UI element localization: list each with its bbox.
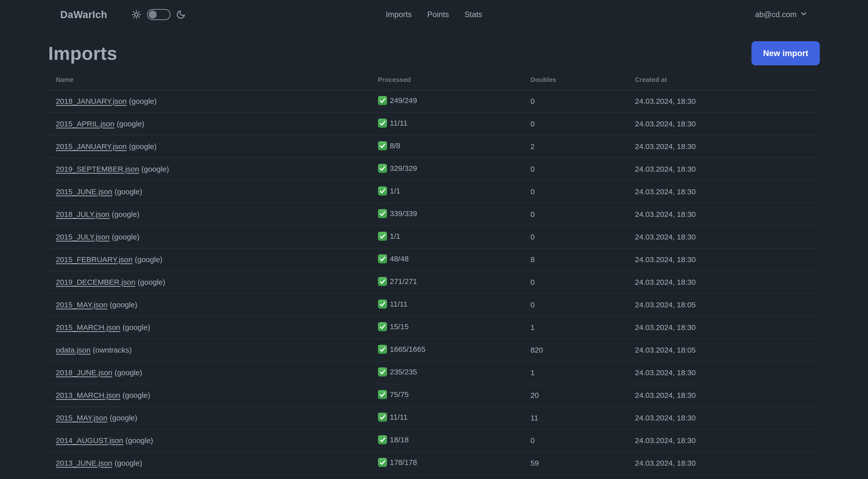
import-file-link[interactable]: 2015_FEBRUARY.json — [56, 255, 133, 264]
cell-created-at: 24.03.2024, 18:05 — [627, 294, 820, 316]
nav-link-imports[interactable]: Imports — [386, 10, 412, 19]
check-mark-icon — [378, 435, 387, 445]
import-source: (google) — [115, 368, 142, 377]
check-mark-icon — [378, 209, 387, 218]
import-source: (google) — [123, 323, 150, 331]
table-row: 2015_FEBRUARY.json(google) 48/48 8 24.03… — [48, 248, 820, 271]
import-file-link[interactable]: 2015_MAY.json — [56, 301, 107, 309]
import-file-link[interactable]: 2015_JULY.json — [56, 233, 110, 241]
table-row: 2015_MAY.json(google) 11/11 0 24.03.2024… — [48, 294, 820, 316]
cell-created-at: 24.03.2024, 18:30 — [627, 361, 820, 384]
import-file-link[interactable]: 2013_JUNE.json — [56, 459, 112, 467]
cell-processed: 11/11 — [370, 407, 522, 429]
import-file-link[interactable]: 2018_JUNE.json — [56, 368, 112, 377]
cell-processed: 235/235 — [370, 361, 522, 384]
cell-processed: 11/11 — [370, 294, 522, 316]
cell-name: 2015_MARCH.json(google) — [48, 316, 370, 339]
cell-created-at: 24.03.2024, 18:30 — [627, 316, 820, 339]
cell-name: 2015_FEBRUARY.json(google) — [48, 248, 370, 271]
cell-name — [48, 475, 370, 479]
cell-name: 2018_JANUARY.json(google) — [48, 90, 370, 113]
cell-created-at: 24.03.2024, 18:30 — [627, 113, 820, 135]
nav-link-points[interactable]: Points — [427, 10, 449, 19]
table-row: 2018_JULY.json(google) 339/339 0 24.03.2… — [48, 203, 820, 226]
table-row: 2019_SEPTEMBER.json(google) 329/329 0 24… — [48, 158, 820, 180]
app-logo[interactable]: DaWarIch — [60, 9, 107, 20]
cell-created-at: 24.03.2024, 18:30 — [627, 226, 820, 248]
cell-doubles: 59 — [522, 452, 627, 475]
table-row: 2015_JULY.json(google) 1/1 0 24.03.2024,… — [48, 226, 820, 248]
import-source: (google) — [117, 120, 145, 128]
cell-processed: 18/18 — [370, 429, 522, 452]
cell-processed — [370, 475, 522, 479]
sun-icon — [131, 9, 142, 20]
import-source: (google) — [135, 255, 162, 264]
import-file-link[interactable]: 2018_JULY.json — [56, 210, 110, 218]
cell-created-at: 24.03.2024, 18:05 — [627, 339, 820, 361]
cell-doubles: 8 — [522, 248, 627, 271]
cell-processed: 339/339 — [370, 203, 522, 226]
cell-processed: 249/249 — [370, 90, 522, 113]
cell-doubles: 0 — [522, 90, 627, 113]
check-mark-icon — [378, 412, 387, 422]
cell-name: 2015_JANUARY.json(google) — [48, 135, 370, 158]
page-title: Imports — [48, 43, 117, 64]
import-file-link[interactable]: 2019_DECEMBER.json — [56, 278, 135, 286]
new-import-button[interactable]: New import — [751, 41, 820, 65]
cell-processed: 75/75 — [370, 384, 522, 407]
import-file-link[interactable]: 2015_MAY.json — [56, 414, 107, 422]
check-mark-icon — [378, 232, 387, 241]
cell-doubles: 820 — [522, 339, 627, 361]
import-source: (google) — [137, 278, 165, 286]
import-file-link[interactable]: odata.json — [56, 346, 90, 354]
cell-created-at — [627, 475, 820, 479]
processed-count: 339/339 — [390, 209, 417, 218]
table-row: 2015_JUNE.json(google) 1/1 0 24.03.2024,… — [48, 180, 820, 203]
import-file-link[interactable]: 2015_MARCH.json — [56, 323, 120, 331]
cell-name: 2015_MAY.json(google) — [48, 294, 370, 316]
import-source: (google) — [142, 165, 169, 173]
table-row: 2015_JANUARY.json(google) 8/8 2 24.03.20… — [48, 135, 820, 158]
import-source: (google) — [112, 210, 140, 218]
table-row: 2015_APRIL.json(google) 11/11 0 24.03.20… — [48, 113, 820, 135]
processed-count: 1/1 — [390, 187, 400, 195]
import-file-link[interactable]: 2014_AUGUST.json — [56, 436, 123, 445]
cell-processed: 271/271 — [370, 271, 522, 294]
check-mark-icon — [378, 163, 387, 173]
check-mark-icon — [378, 118, 387, 128]
import-file-link[interactable]: 2013_MARCH.json — [56, 391, 120, 399]
processed-count: 235/235 — [390, 368, 417, 376]
cell-doubles: 0 — [522, 158, 627, 180]
check-mark-icon — [378, 458, 387, 467]
cell-created-at: 24.03.2024, 18:30 — [627, 90, 820, 113]
import-file-link[interactable]: 2019_SEPTEMBER.json — [56, 165, 139, 173]
import-source: (google) — [110, 414, 137, 422]
processed-count: 15/15 — [390, 323, 409, 331]
import-file-link[interactable]: 2015_JUNE.json — [56, 187, 112, 196]
nav-link-stats[interactable]: Stats — [464, 10, 482, 19]
theme-toggle[interactable] — [147, 9, 170, 20]
import-file-link[interactable]: 2015_JANUARY.json — [56, 142, 127, 151]
check-mark-icon — [378, 96, 387, 105]
processed-count: 1/1 — [390, 232, 400, 240]
processed-count: 271/271 — [390, 277, 417, 286]
import-source: (google) — [112, 233, 140, 241]
column-header-created-at: Created at — [627, 66, 820, 90]
import-file-link[interactable]: 2015_APRIL.json — [56, 120, 115, 128]
cell-processed: 1/1 — [370, 226, 522, 248]
processed-count: 11/11 — [390, 119, 408, 127]
page-header: Imports New import — [48, 41, 820, 65]
cell-created-at: 24.03.2024, 18:30 — [627, 248, 820, 271]
check-mark-icon — [378, 367, 387, 377]
cell-doubles: 0 — [522, 294, 627, 316]
theme-toggle-knob — [149, 10, 157, 19]
cell-processed: 178/178 — [370, 452, 522, 475]
import-file-link[interactable]: 2018_JANUARY.json — [56, 97, 127, 105]
import-source: (google) — [115, 459, 142, 467]
cell-name: 2015_APRIL.json(google) — [48, 113, 370, 135]
import-source: (google) — [125, 436, 153, 445]
main-content: Imports New import Name Processed Double… — [48, 41, 820, 479]
cell-doubles: 0 — [522, 180, 627, 203]
check-mark-icon — [378, 345, 387, 354]
user-menu[interactable]: ab@cd.com — [755, 9, 808, 20]
